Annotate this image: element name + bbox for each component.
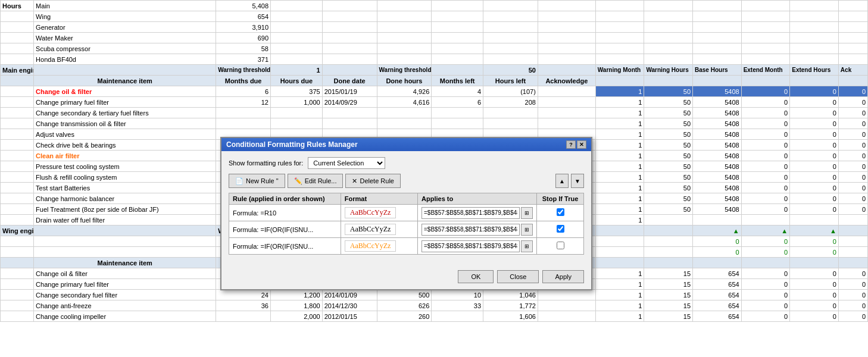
col-rule-header: Rule (applied in order shown) [229, 193, 341, 205]
edit-rule-label: Edit Rule... [305, 177, 337, 184]
rule-row-3[interactable]: Formula: =IF(OR(IF(ISNU... AaBbCcYyZz ⊞ [229, 238, 584, 255]
edit-rule-button[interactable]: ✏️ Edit Rule... [288, 174, 344, 188]
rule-stop-1 [537, 205, 584, 221]
applies-input-3[interactable] [421, 240, 520, 252]
applies-input-1[interactable] [421, 207, 520, 219]
rule-format-3: AaBbCcYyZz [341, 238, 417, 255]
col-stop-header: Stop If True [537, 193, 584, 205]
new-rule-button[interactable]: 📄 New Rule " [229, 174, 285, 188]
rule-applies-2: ⊞ [418, 221, 537, 238]
dialog-footer: OK Close Apply [221, 267, 591, 289]
stop-checkbox-3[interactable] [557, 242, 564, 249]
show-rules-row: Show formatting rules for: Current Selec… [229, 157, 584, 169]
conditional-formatting-dialog: Conditional Formatting Rules Manager ? ✕… [220, 137, 592, 290]
rule-format-2: AaBbCcYyZz [341, 221, 417, 238]
col-applies-header: Applies to [418, 193, 537, 205]
delete-rule-button[interactable]: ✕ Delete Rule [345, 174, 400, 188]
close-button[interactable]: Close [497, 270, 539, 283]
dialog-buttons-row: 📄 New Rule " ✏️ Edit Rule... ✕ Delete Ru… [229, 174, 584, 188]
dialog-title-bar: Conditional Formatting Rules Manager ? ✕ [221, 138, 591, 151]
dialog-body: Show formatting rules for: Current Selec… [221, 151, 591, 267]
dialog-overlay: Conditional Formatting Rules Manager ? ✕… [0, 0, 868, 357]
applies-btn-3[interactable]: ⊞ [521, 240, 533, 252]
spreadsheet: Hours Main 5,408 Wing 654 Generator 3,91… [0, 0, 868, 357]
dialog-help-btn[interactable]: ? [566, 140, 576, 149]
new-rule-icon: 📄 [235, 177, 243, 185]
stop-checkbox-2[interactable] [557, 225, 564, 233]
rule-row-2[interactable]: Formula: =IF(OR(IF(ISNU... AaBbCcYyZz ⊞ [229, 221, 584, 238]
new-rule-label: New Rule " [246, 177, 279, 184]
rule-row-1[interactable]: Formula: =R10 AaBbCcYyZz ⊞ [229, 205, 584, 221]
delete-rule-label: Delete Rule [360, 177, 394, 184]
stop-checkbox-1[interactable] [557, 208, 564, 216]
move-down-button[interactable]: ▼ [571, 174, 584, 188]
dialog-title: Conditional Formatting Rules Manager [226, 140, 358, 149]
rules-table: Rule (applied in order shown) Format App… [229, 193, 584, 255]
show-rules-label: Show formatting rules for: [229, 159, 303, 167]
ok-button[interactable]: OK [458, 270, 494, 283]
applies-input-2[interactable] [421, 224, 520, 236]
delete-rule-icon: ✕ [352, 177, 357, 185]
rule-formula-2: Formula: =IF(OR(IF(ISNU... [229, 221, 341, 238]
format-preview-3: AaBbCcYyZz [345, 240, 396, 252]
edit-rule-icon: ✏️ [294, 177, 302, 185]
rule-format-1: AaBbCcYyZz [341, 205, 417, 221]
show-rules-dropdown[interactable]: Current Selection [308, 157, 385, 169]
rule-stop-3 [537, 238, 584, 255]
move-up-button[interactable]: ▲ [555, 174, 569, 188]
rule-formula-3: Formula: =IF(OR(IF(ISNU... [229, 238, 341, 255]
rule-applies-1: ⊞ [418, 205, 537, 221]
rule-applies-3: ⊞ [418, 238, 537, 255]
applies-btn-2[interactable]: ⊞ [521, 224, 533, 236]
dialog-title-controls: ? ✕ [566, 140, 586, 149]
format-preview-1: AaBbCcYyZz [345, 207, 396, 218]
apply-button[interactable]: Apply [542, 270, 584, 283]
rules-header-row: Rule (applied in order shown) Format App… [229, 193, 584, 205]
dialog-close-btn[interactable]: ✕ [577, 140, 586, 149]
applies-btn-1[interactable]: ⊞ [521, 207, 533, 219]
col-format-header: Format [341, 193, 417, 205]
rule-stop-2 [537, 221, 584, 238]
rule-formula-1: Formula: =R10 [229, 205, 341, 221]
format-preview-2: AaBbCcYyZz [345, 224, 396, 235]
